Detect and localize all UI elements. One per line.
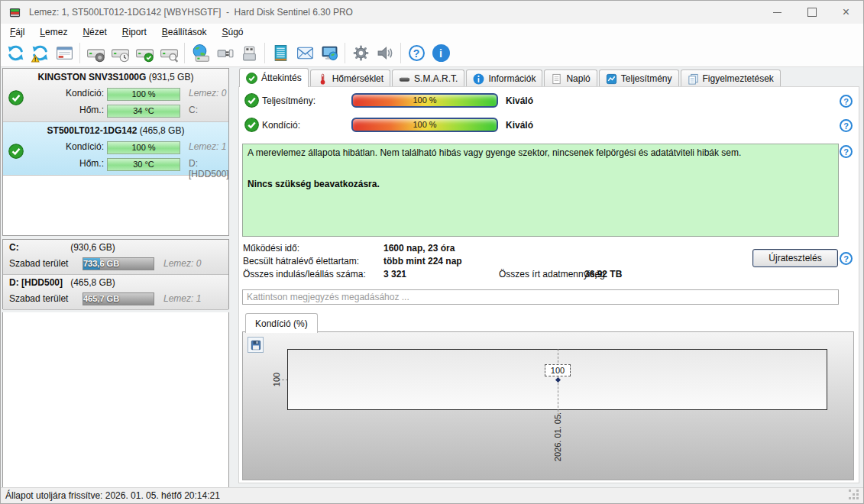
disk-item-kingston[interactable]: KINGSTON SNV3S1000G (931,5 GB) Kondíció:… [3, 69, 228, 122]
speaker-icon [376, 44, 395, 63]
menu-settings[interactable]: Beállítások [154, 25, 215, 39]
partition-item-d[interactable]: D: [HDD500] (465,8 GB) Szabad terület 46… [3, 275, 228, 310]
disk-analyze-button[interactable] [157, 42, 181, 65]
health-status-action: Nincs szükség beavatkozásra. [248, 179, 833, 190]
connect-device-button[interactable] [237, 42, 261, 65]
connect-device-icon [240, 44, 259, 63]
save-chart-button[interactable] [248, 337, 264, 353]
tab-label: Teljesítmény [621, 73, 672, 84]
report-button[interactable] [52, 42, 76, 65]
window-title: Lemez: 1, ST500LT012-1DG142 [WBYHSGTF] -… [29, 7, 353, 18]
network-monitor-icon [320, 44, 339, 63]
retest-button[interactable]: Újratesztelés [752, 249, 838, 267]
document-icon [551, 73, 562, 85]
title-bar: Lemez: 1, ST500LT012-1DG142 [WBYHSGTF] -… [1, 1, 863, 24]
drive-letter: D: [HDD500] [189, 158, 229, 179]
network-disk-icon [191, 44, 210, 63]
tab-overview[interactable]: Áttekintés [239, 68, 309, 87]
sounds-button[interactable] [373, 42, 397, 65]
disconnect-device-button[interactable] [212, 42, 237, 65]
menu-report[interactable]: Riport [115, 25, 154, 39]
minimize-button[interactable] [760, 1, 794, 24]
disk-title: KINGSTON SNV3S1000G (931,5 GB) [3, 69, 228, 82]
health-status-box: A merevlemez állapota hibátlan. Nem talá… [242, 144, 839, 237]
start-stop-label: Összes indulás/leállás száma: [243, 269, 366, 279]
refresh-button[interactable] [3, 42, 28, 65]
free-space-label: Szabad terület [9, 293, 68, 304]
toolbar-separator [264, 43, 265, 63]
tab-temperature[interactable]: Hőmérséklet [310, 69, 390, 87]
performance-rating: Kiváló [506, 95, 533, 106]
disk-ok-test-button[interactable] [132, 42, 157, 65]
tab-label: Áttekintés [261, 73, 302, 83]
partition-size: (465,8 GB) [3, 277, 183, 288]
sidebar-empty-area [2, 312, 229, 488]
lifetime-label: Becsült hátralévő élettartam: [243, 256, 359, 267]
chart-point-value: 100 [545, 364, 571, 376]
condition-bar: 100 % [107, 88, 180, 101]
performance-help-icon[interactable]: ? [840, 95, 853, 108]
refresh-icon [6, 44, 25, 63]
disk-index-label: Lemez: 0 [163, 258, 201, 269]
partition-size: (930,6 GB) [3, 242, 183, 253]
disk-sound-test-icon [86, 44, 105, 63]
menu-view[interactable]: Nézet [75, 25, 114, 39]
condition-ok-icon [244, 118, 259, 132]
start-stop-value: 3 321 [383, 269, 406, 279]
tab-performance[interactable]: Teljesítmény [599, 69, 679, 87]
information-button[interactable]: i [429, 42, 453, 65]
settings-button[interactable] [348, 42, 373, 65]
retest-all-button[interactable] [28, 42, 52, 65]
disk-sound-test-button[interactable] [83, 42, 108, 65]
disk-item-seagate-selected[interactable]: ST500LT012-1DG142 (465,8 GB) Kondíció: 1… [3, 122, 228, 176]
condition-bar: 100 % [351, 118, 498, 132]
close-button[interactable]: × [829, 1, 863, 24]
resize-grip[interactable] [849, 489, 851, 492]
partition-panel: C: (930,6 GB) Szabad terület 733,6 GB Le… [2, 239, 229, 309]
chart-tab-condition[interactable]: Kondíció (%) [245, 313, 318, 333]
disk-ok-test-icon [135, 44, 154, 63]
tab-log[interactable]: Napló [544, 69, 597, 87]
chart-icon [606, 73, 617, 85]
condition-help-icon[interactable]: ? [840, 119, 853, 132]
menu-file[interactable]: Fájl [2, 25, 32, 39]
free-space-value: 733,6 GB [83, 259, 119, 268]
log-icon [271, 44, 290, 63]
app-logo-icon [8, 7, 21, 18]
status-help-icon[interactable]: ? [840, 145, 853, 158]
tab-information[interactable]: Információk [466, 69, 542, 87]
tab-smart[interactable]: S.M.A.R.T. [392, 69, 464, 87]
comment-input[interactable] [242, 289, 839, 305]
info-circle-icon [473, 73, 484, 85]
tab-label: S.M.A.R.T. [414, 73, 458, 84]
performance-ok-icon [244, 93, 259, 108]
free-space-label: Szabad terület [9, 258, 68, 269]
menu-disk[interactable]: Lemez [32, 25, 75, 39]
menu-bar: Fájl Lemez Nézet Riport Beállítások Súgó [1, 24, 863, 40]
disk-schedule-icon [111, 44, 130, 63]
maximize-button[interactable] [794, 1, 829, 24]
disk-size: (931,5 GB) [149, 72, 194, 82]
retest-help-icon[interactable]: ? [840, 252, 853, 265]
info-icon: i [432, 44, 450, 62]
log-button[interactable] [268, 42, 293, 65]
toolbar-separator [79, 43, 80, 63]
main-tab-bar: Áttekintés Hőmérséklet S.M.A.R.T. Info [239, 69, 782, 87]
network-disk-button[interactable] [188, 42, 212, 65]
network-monitor-button[interactable] [317, 42, 341, 65]
condition-label: Kondíció: [262, 120, 300, 131]
help-icon: ? [409, 45, 425, 61]
email-button[interactable] [293, 42, 317, 65]
disk-schedule-button[interactable] [108, 42, 132, 65]
overview-content: Teljesítmény: 100 % Kiváló ? Kondíció: 1… [238, 86, 859, 483]
help-button[interactable]: ? [404, 42, 429, 65]
disk-index-label: Lemez: 0 [189, 88, 226, 99]
tab-alerts[interactable]: Figyelmeztetések [681, 69, 781, 87]
retest-button-label: Újratesztelés [769, 253, 821, 263]
disk-name: ST500LT012-1DG142 [47, 125, 138, 136]
disk-ok-icon [8, 144, 24, 159]
partition-item-c[interactable]: C: (930,6 GB) Szabad terület 733,6 GB Le… [3, 240, 228, 275]
chart-tab-label: Kondíció (%) [255, 318, 308, 329]
menu-help[interactable]: Súgó [214, 25, 251, 39]
refresh-test-icon [31, 44, 50, 63]
